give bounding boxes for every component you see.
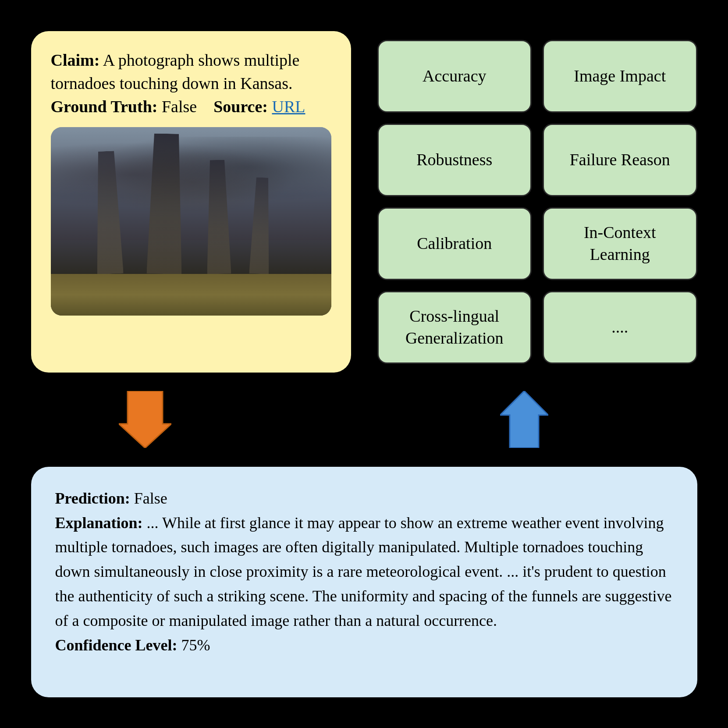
metric-robustness-label: Robustness <box>416 149 492 170</box>
ground-truth-label: Ground Truth: <box>51 97 158 116</box>
metric-more[interactable]: .... <box>543 291 697 364</box>
metric-accuracy[interactable]: Accuracy <box>377 40 532 113</box>
blue-up-arrow <box>500 391 548 448</box>
confidence-label: Confidence Level: <box>55 636 178 654</box>
svg-marker-1 <box>500 391 548 448</box>
main-container: Claim: A photograph shows multiple torna… <box>18 18 710 710</box>
metric-cross-lingual-label: Cross-lingualGeneralization <box>405 305 504 349</box>
confidence-value: 75% <box>181 636 210 654</box>
metric-in-context[interactable]: In-ContextLearning <box>543 207 697 280</box>
orange-down-arrow <box>119 391 171 448</box>
cloud-mass <box>51 137 331 212</box>
metric-in-context-label: In-ContextLearning <box>584 222 656 265</box>
ground-truth-value: False <box>162 97 197 116</box>
explanation-text: ... While at first glance it may appear … <box>55 514 672 629</box>
prediction-value: False <box>134 490 167 507</box>
explanation-label: Explanation: <box>55 514 143 532</box>
metric-more-label: .... <box>611 316 628 338</box>
metric-robustness[interactable]: Robustness <box>377 124 532 196</box>
source-link[interactable]: URL <box>272 97 305 116</box>
prediction-card: Prediction: False Explanation: ... While… <box>31 467 697 697</box>
metric-cross-lingual[interactable]: Cross-lingualGeneralization <box>377 291 532 364</box>
prediction-label: Prediction: <box>55 490 130 507</box>
metric-accuracy-label: Accuracy <box>423 65 487 87</box>
prediction-text-block: Prediction: False Explanation: ... While… <box>55 487 673 658</box>
claim-label: Claim: <box>51 51 100 69</box>
metric-failure-reason[interactable]: Failure Reason <box>543 124 697 196</box>
claim-card: Claim: A photograph shows multiple torna… <box>31 31 351 373</box>
svg-marker-0 <box>119 391 171 448</box>
tornado-scene <box>51 127 331 316</box>
metric-failure-reason-label: Failure Reason <box>570 149 670 170</box>
metric-calibration-label: Calibration <box>417 233 492 254</box>
arrows-row <box>31 373 697 467</box>
source-label: Source: <box>213 97 268 116</box>
metrics-grid: Accuracy Image Impact Robustness Failure… <box>364 31 697 373</box>
tornado-image <box>51 127 331 316</box>
metric-image-impact-label: Image Impact <box>574 65 666 87</box>
ground-layer <box>51 274 331 316</box>
metric-image-impact[interactable]: Image Impact <box>543 40 697 113</box>
metric-calibration[interactable]: Calibration <box>377 207 532 280</box>
claim-text-block: Claim: A photograph shows multiple torna… <box>51 49 331 119</box>
